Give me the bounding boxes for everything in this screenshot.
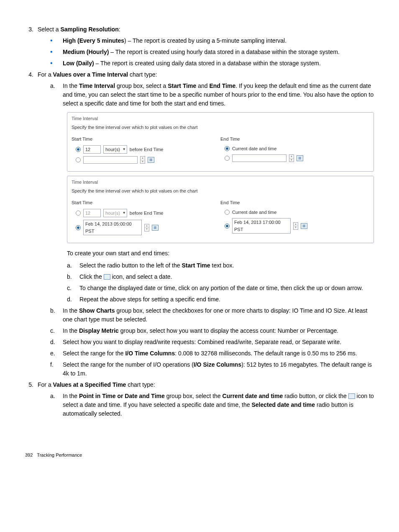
text: Select the radio button to the left of t… <box>79 262 182 269</box>
end-date-input[interactable]: Feb 14, 2013 17:00:00 PST <box>232 218 291 234</box>
footer-title: Tracking Performance <box>37 452 82 459</box>
text: For a <box>38 71 53 78</box>
end-time-label: End Time <box>220 136 369 143</box>
nest-c: c. To change the displayed date or time,… <box>67 284 374 293</box>
nest-d: d. Repeat the above steps for setting a … <box>67 295 374 304</box>
sub-label: d. <box>50 338 63 347</box>
hours-input[interactable]: 12 <box>83 209 101 218</box>
text-bold: Display Metric <box>79 327 119 334</box>
text: icon, and select a date. <box>110 273 172 280</box>
panel-desc: Specify the time interval over which to … <box>72 188 369 195</box>
bullet-dot: • <box>50 59 63 68</box>
sub-text: In the Show Charts group box, select the… <box>63 306 374 324</box>
text-bold: Selected date and time <box>251 401 315 408</box>
step-number: 4. <box>25 70 38 79</box>
text-bold: Point in Time or Date and Time <box>79 393 165 399</box>
sub-text: In the Time Interval group box, select a… <box>63 82 374 108</box>
text: chart type: <box>126 381 155 388</box>
calendar-icon[interactable]: ▦ <box>301 223 307 229</box>
text: and <box>196 82 209 89</box>
panel-title: Time Interval <box>72 179 369 186</box>
sub-text: Select the range for the number of I/O o… <box>63 360 374 378</box>
bullet-text: Low (Daily) – The report is created usin… <box>63 59 374 68</box>
step-4a: a. In the Time Interval group box, selec… <box>50 82 374 108</box>
nest-label: c. <box>67 284 79 293</box>
nest-label: a. <box>67 261 79 270</box>
start-time-label: Start Time <box>72 199 220 206</box>
unit-select[interactable]: hour(s)▼ <box>103 145 127 154</box>
nest-label: b. <box>67 272 79 281</box>
calendar-icon[interactable]: ▦ <box>148 157 154 163</box>
step-number: 3. <box>25 25 38 34</box>
bullet-dot: • <box>50 36 63 45</box>
start-relative-radio[interactable] <box>76 147 81 152</box>
nest-text: Repeat the above steps for setting a spe… <box>79 295 374 304</box>
end-current-radio[interactable] <box>225 146 230 151</box>
nest-text: To change the displayed date or time, cl… <box>79 284 374 293</box>
sub-text: Select how you want to display read/writ… <box>63 338 374 347</box>
text-bold: Current date and time <box>223 393 283 399</box>
step-text: For a Values at a Specified Time chart t… <box>38 380 374 389</box>
start-time-label: Start Time <box>72 136 220 143</box>
nest-b: b. Click the icon, and select a date. <box>67 272 374 281</box>
step-text: For a Values over a Time Interval chart … <box>38 70 374 79</box>
start-date-input[interactable] <box>83 156 138 164</box>
text: chart type: <box>128 71 157 78</box>
text: group box, select how you want to displa… <box>119 327 338 334</box>
hours-input[interactable]: 12 <box>83 145 101 154</box>
chevron-down-icon: ▼ <box>123 211 126 216</box>
start-relative-radio[interactable] <box>76 211 81 216</box>
end-date-input[interactable] <box>232 154 286 162</box>
spinner[interactable]: ▲▼ <box>293 222 298 230</box>
text-bold: Show Charts <box>79 307 115 314</box>
start-specific-radio[interactable] <box>76 157 81 162</box>
spinner[interactable]: ▲▼ <box>144 224 149 231</box>
text: Select the range for the number of I/O o… <box>63 361 194 368</box>
step-4d: d. Select how you want to display read/w… <box>50 338 374 347</box>
calendar-icon[interactable]: ▦ <box>297 155 303 161</box>
spinner[interactable]: ▲▼ <box>289 154 294 162</box>
text: group box, select a <box>115 82 168 89</box>
intro-text: To create your own start and end times: <box>67 249 374 258</box>
time-interval-panel-1: Time Interval Specify the time interval … <box>67 112 374 172</box>
step-number: 5. <box>25 380 38 389</box>
page-number: 392 <box>25 452 33 459</box>
text: Select the range for the <box>63 350 125 357</box>
bullet-high: • High (Every 5 minutes) – The report is… <box>50 36 374 45</box>
calendar-icon[interactable]: ▦ <box>152 225 159 231</box>
end-time-label: End Time <box>220 199 369 206</box>
text-bold: Values over a Time Interval <box>53 71 128 78</box>
spinner[interactable]: ▲▼ <box>140 156 145 164</box>
text: – The report is created using daily data… <box>94 60 321 67</box>
panel-title: Time Interval <box>72 115 369 122</box>
step-3: 3. Select a Sampling Resolution: <box>25 25 374 34</box>
sub-label: b. <box>50 306 63 324</box>
sub-label: a. <box>50 392 63 418</box>
text: – The report is created using hourly dat… <box>109 49 340 55</box>
nest-label: d. <box>67 295 79 304</box>
start-specific-radio[interactable] <box>76 225 81 230</box>
unit-select[interactable]: hour(s)▼ <box>103 209 127 218</box>
panel-desc: Specify the time interval over which to … <box>72 124 369 131</box>
text-bold: Medium (Hourly) <box>63 49 109 55</box>
step-text: Select a Sampling Resolution: <box>38 25 374 34</box>
text: In the <box>63 327 79 334</box>
start-date-input[interactable]: Feb 14, 2013 05:00:00 PST <box>83 220 142 235</box>
bullet-medium: • Medium (Hourly) – The report is create… <box>50 48 374 57</box>
text: Click the <box>79 273 104 280</box>
end-current-radio[interactable] <box>225 210 230 215</box>
text: radio <box>283 393 297 399</box>
step-5a: a. In the Point in Time or Date and Time… <box>50 392 374 418</box>
end-specific-radio[interactable] <box>225 224 230 229</box>
text: – The report is created by using a 5-min… <box>126 37 286 44</box>
sub-text: In the Point in Time or Date and Time gr… <box>63 392 374 418</box>
nest-text: Click the icon, and select a date. <box>79 272 374 281</box>
calendar-icon <box>104 274 110 280</box>
text: In the <box>63 82 79 89</box>
bullet-dot: • <box>50 48 63 57</box>
sub-label: a. <box>50 82 63 108</box>
end-specific-radio[interactable] <box>225 156 230 161</box>
page-footer: 392 Tracking Performance <box>25 452 374 459</box>
text: Select a <box>38 26 60 33</box>
sub-label: f. <box>50 360 63 378</box>
